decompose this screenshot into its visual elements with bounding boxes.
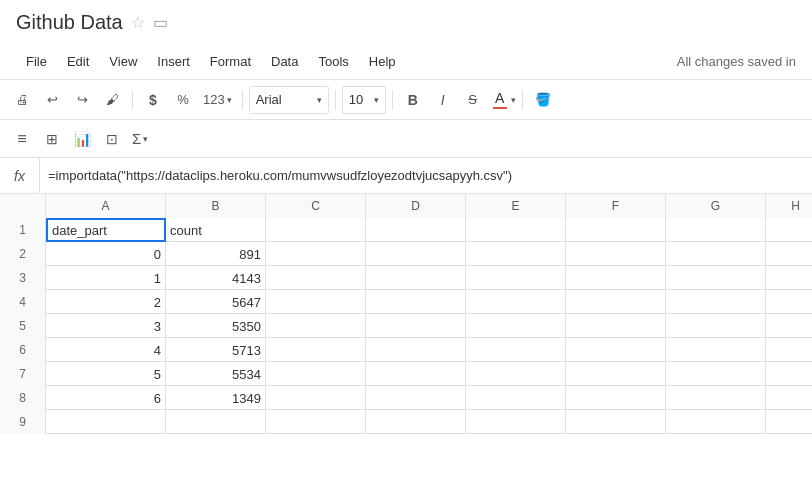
cell-2D[interactable] [366, 242, 466, 266]
cell-8A[interactable]: 6 [46, 386, 166, 410]
cell-5D[interactable] [366, 314, 466, 338]
fill-color-button[interactable]: 🪣 [529, 86, 557, 114]
cell-8G[interactable] [666, 386, 766, 410]
print-button[interactable]: 🖨 [8, 86, 36, 114]
cell-5B[interactable]: 5350 [166, 314, 266, 338]
merge-cells-button[interactable]: ⊞ [38, 125, 66, 153]
cell-5H[interactable] [766, 314, 812, 338]
col-header-a[interactable]: A [46, 194, 166, 218]
cell-6A[interactable]: 4 [46, 338, 166, 362]
col-header-c[interactable]: C [266, 194, 366, 218]
cell-2B[interactable]: 891 [166, 242, 266, 266]
cell-3G[interactable] [666, 266, 766, 290]
cell-8E[interactable] [466, 386, 566, 410]
filter-button[interactable]: ⊡ [98, 125, 126, 153]
cell-9D[interactable] [366, 410, 466, 434]
cell-9B[interactable] [166, 410, 266, 434]
cell-3A[interactable]: 1 [46, 266, 166, 290]
italic-button[interactable]: I [429, 86, 457, 114]
cell-1D[interactable] [366, 218, 466, 242]
cell-3C[interactable] [266, 266, 366, 290]
cell-9H[interactable] [766, 410, 812, 434]
redo-button[interactable]: ↪ [68, 86, 96, 114]
cell-7C[interactable] [266, 362, 366, 386]
menu-format[interactable]: Format [200, 50, 261, 73]
cell-5C[interactable] [266, 314, 366, 338]
font-size-select[interactable]: 10 ▾ [342, 86, 386, 114]
menu-edit[interactable]: Edit [57, 50, 99, 73]
cell-4B[interactable]: 5647 [166, 290, 266, 314]
cell-3B[interactable]: 4143 [166, 266, 266, 290]
cell-3F[interactable] [566, 266, 666, 290]
menu-tools[interactable]: Tools [308, 50, 358, 73]
cell-5A[interactable]: 3 [46, 314, 166, 338]
cell-4E[interactable] [466, 290, 566, 314]
cell-2A[interactable]: 0 [46, 242, 166, 266]
cell-7A[interactable]: 5 [46, 362, 166, 386]
col-header-d[interactable]: D [366, 194, 466, 218]
text-align-button[interactable]: ≡ [8, 125, 36, 153]
cell-7D[interactable] [366, 362, 466, 386]
cell-9G[interactable] [666, 410, 766, 434]
cell-6G[interactable] [666, 338, 766, 362]
cell-3H[interactable] [766, 266, 812, 290]
cell-7F[interactable] [566, 362, 666, 386]
menu-insert[interactable]: Insert [147, 50, 200, 73]
cell-8H[interactable] [766, 386, 812, 410]
number-format-button[interactable]: 123 ▾ [199, 86, 236, 114]
cell-5G[interactable] [666, 314, 766, 338]
menu-view[interactable]: View [99, 50, 147, 73]
cell-2F[interactable] [566, 242, 666, 266]
menu-data[interactable]: Data [261, 50, 308, 73]
cell-2E[interactable] [466, 242, 566, 266]
cell-6B[interactable]: 5713 [166, 338, 266, 362]
cell-7G[interactable] [666, 362, 766, 386]
cell-9A[interactable] [46, 410, 166, 434]
menu-help[interactable]: Help [359, 50, 406, 73]
cell-4G[interactable] [666, 290, 766, 314]
cell-7B[interactable]: 5534 [166, 362, 266, 386]
col-header-e[interactable]: E [466, 194, 566, 218]
cell-6F[interactable] [566, 338, 666, 362]
col-header-g[interactable]: G [666, 194, 766, 218]
functions-button[interactable]: Σ ▾ [128, 125, 152, 153]
cell-6D[interactable] [366, 338, 466, 362]
cell-1B[interactable]: count [166, 218, 266, 242]
cell-4A[interactable]: 2 [46, 290, 166, 314]
col-header-f[interactable]: F [566, 194, 666, 218]
font-family-select[interactable]: Arial ▾ [249, 86, 329, 114]
bold-button[interactable]: B [399, 86, 427, 114]
cell-4C[interactable] [266, 290, 366, 314]
col-header-b[interactable]: B [166, 194, 266, 218]
cell-5E[interactable] [466, 314, 566, 338]
star-icon[interactable]: ☆ [131, 13, 145, 32]
cell-9E[interactable] [466, 410, 566, 434]
cell-8D[interactable] [366, 386, 466, 410]
cell-1E[interactable] [466, 218, 566, 242]
cell-4D[interactable] [366, 290, 466, 314]
col-header-h[interactable]: H [766, 194, 812, 218]
cell-4F[interactable] [566, 290, 666, 314]
cell-9F[interactable] [566, 410, 666, 434]
folder-icon[interactable]: ▭ [153, 13, 168, 32]
cell-1C[interactable] [266, 218, 366, 242]
cell-2G[interactable] [666, 242, 766, 266]
paint-format-button[interactable]: 🖌 [98, 86, 126, 114]
cell-1H[interactable] [766, 218, 812, 242]
cell-5F[interactable] [566, 314, 666, 338]
percent-button[interactable]: % [169, 86, 197, 114]
underline-button[interactable]: A [489, 88, 511, 111]
cell-4H[interactable] [766, 290, 812, 314]
cell-6H[interactable] [766, 338, 812, 362]
cell-8B[interactable]: 1349 [166, 386, 266, 410]
strikethrough-button[interactable]: S [459, 86, 487, 114]
cell-3E[interactable] [466, 266, 566, 290]
menu-file[interactable]: File [16, 50, 57, 73]
cell-7E[interactable] [466, 362, 566, 386]
cell-2H[interactable] [766, 242, 812, 266]
cell-8F[interactable] [566, 386, 666, 410]
cell-3D[interactable] [366, 266, 466, 290]
cell-1G[interactable] [666, 218, 766, 242]
cell-1F[interactable] [566, 218, 666, 242]
formula-input[interactable] [40, 158, 812, 193]
